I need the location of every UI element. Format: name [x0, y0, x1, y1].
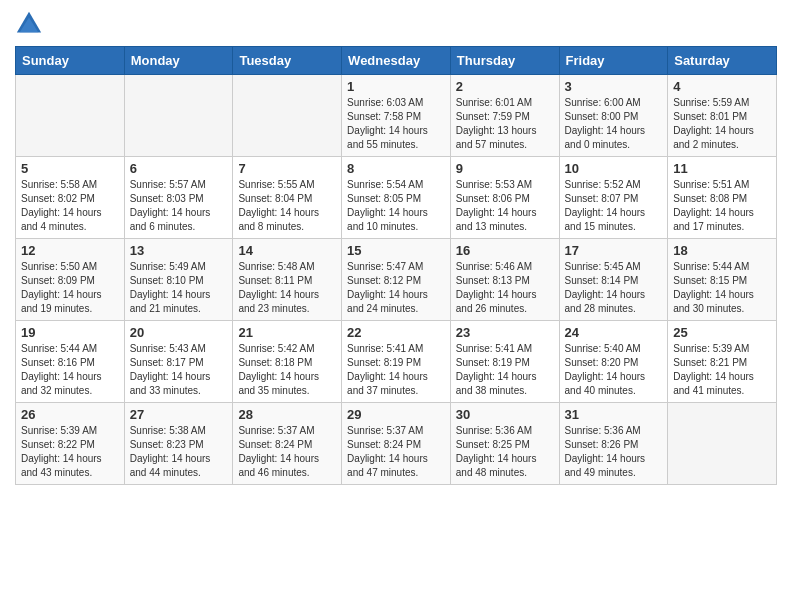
day-info: Sunrise: 6:01 AMSunset: 7:59 PMDaylight:… — [456, 96, 554, 152]
day-info: Sunrise: 5:54 AMSunset: 8:05 PMDaylight:… — [347, 178, 445, 234]
day-info: Sunrise: 5:45 AMSunset: 8:14 PMDaylight:… — [565, 260, 663, 316]
day-number: 30 — [456, 407, 554, 422]
calendar-week-row: 19Sunrise: 5:44 AMSunset: 8:16 PMDayligh… — [16, 321, 777, 403]
calendar-cell: 9Sunrise: 5:53 AMSunset: 8:06 PMDaylight… — [450, 157, 559, 239]
logo-icon — [15, 10, 43, 38]
calendar-cell: 3Sunrise: 6:00 AMSunset: 8:00 PMDaylight… — [559, 75, 668, 157]
calendar-cell: 25Sunrise: 5:39 AMSunset: 8:21 PMDayligh… — [668, 321, 777, 403]
calendar-cell: 2Sunrise: 6:01 AMSunset: 7:59 PMDaylight… — [450, 75, 559, 157]
day-info: Sunrise: 5:37 AMSunset: 8:24 PMDaylight:… — [238, 424, 336, 480]
calendar-week-row: 1Sunrise: 6:03 AMSunset: 7:58 PMDaylight… — [16, 75, 777, 157]
day-info: Sunrise: 5:47 AMSunset: 8:12 PMDaylight:… — [347, 260, 445, 316]
calendar-cell — [233, 75, 342, 157]
day-info: Sunrise: 5:46 AMSunset: 8:13 PMDaylight:… — [456, 260, 554, 316]
calendar-cell: 21Sunrise: 5:42 AMSunset: 8:18 PMDayligh… — [233, 321, 342, 403]
calendar-cell: 29Sunrise: 5:37 AMSunset: 8:24 PMDayligh… — [342, 403, 451, 485]
calendar-week-row: 5Sunrise: 5:58 AMSunset: 8:02 PMDaylight… — [16, 157, 777, 239]
day-number: 7 — [238, 161, 336, 176]
day-number: 6 — [130, 161, 228, 176]
calendar-cell: 28Sunrise: 5:37 AMSunset: 8:24 PMDayligh… — [233, 403, 342, 485]
calendar-cell: 11Sunrise: 5:51 AMSunset: 8:08 PMDayligh… — [668, 157, 777, 239]
calendar-header-sunday: Sunday — [16, 47, 125, 75]
day-info: Sunrise: 5:43 AMSunset: 8:17 PMDaylight:… — [130, 342, 228, 398]
day-number: 14 — [238, 243, 336, 258]
day-info: Sunrise: 5:57 AMSunset: 8:03 PMDaylight:… — [130, 178, 228, 234]
day-number: 25 — [673, 325, 771, 340]
calendar-cell: 1Sunrise: 6:03 AMSunset: 7:58 PMDaylight… — [342, 75, 451, 157]
day-info: Sunrise: 5:36 AMSunset: 8:26 PMDaylight:… — [565, 424, 663, 480]
day-info: Sunrise: 5:48 AMSunset: 8:11 PMDaylight:… — [238, 260, 336, 316]
day-info: Sunrise: 5:53 AMSunset: 8:06 PMDaylight:… — [456, 178, 554, 234]
day-number: 27 — [130, 407, 228, 422]
day-number: 31 — [565, 407, 663, 422]
day-number: 8 — [347, 161, 445, 176]
day-info: Sunrise: 5:59 AMSunset: 8:01 PMDaylight:… — [673, 96, 771, 152]
day-number: 20 — [130, 325, 228, 340]
calendar-cell: 19Sunrise: 5:44 AMSunset: 8:16 PMDayligh… — [16, 321, 125, 403]
day-number: 1 — [347, 79, 445, 94]
day-number: 9 — [456, 161, 554, 176]
calendar-cell: 22Sunrise: 5:41 AMSunset: 8:19 PMDayligh… — [342, 321, 451, 403]
day-info: Sunrise: 5:44 AMSunset: 8:16 PMDaylight:… — [21, 342, 119, 398]
calendar-cell — [16, 75, 125, 157]
calendar-header-monday: Monday — [124, 47, 233, 75]
day-number: 18 — [673, 243, 771, 258]
logo — [15, 10, 47, 38]
calendar-cell: 10Sunrise: 5:52 AMSunset: 8:07 PMDayligh… — [559, 157, 668, 239]
calendar-cell: 15Sunrise: 5:47 AMSunset: 8:12 PMDayligh… — [342, 239, 451, 321]
calendar-cell: 26Sunrise: 5:39 AMSunset: 8:22 PMDayligh… — [16, 403, 125, 485]
calendar-cell — [124, 75, 233, 157]
day-info: Sunrise: 5:41 AMSunset: 8:19 PMDaylight:… — [347, 342, 445, 398]
day-number: 21 — [238, 325, 336, 340]
day-number: 5 — [21, 161, 119, 176]
day-info: Sunrise: 5:37 AMSunset: 8:24 PMDaylight:… — [347, 424, 445, 480]
calendar-cell: 8Sunrise: 5:54 AMSunset: 8:05 PMDaylight… — [342, 157, 451, 239]
day-number: 13 — [130, 243, 228, 258]
calendar-cell: 23Sunrise: 5:41 AMSunset: 8:19 PMDayligh… — [450, 321, 559, 403]
calendar-week-row: 12Sunrise: 5:50 AMSunset: 8:09 PMDayligh… — [16, 239, 777, 321]
calendar-header-wednesday: Wednesday — [342, 47, 451, 75]
calendar-header-friday: Friday — [559, 47, 668, 75]
day-info: Sunrise: 5:40 AMSunset: 8:20 PMDaylight:… — [565, 342, 663, 398]
day-number: 11 — [673, 161, 771, 176]
calendar-cell — [668, 403, 777, 485]
calendar-header-row: SundayMondayTuesdayWednesdayThursdayFrid… — [16, 47, 777, 75]
day-number: 22 — [347, 325, 445, 340]
calendar-cell: 16Sunrise: 5:46 AMSunset: 8:13 PMDayligh… — [450, 239, 559, 321]
day-number: 29 — [347, 407, 445, 422]
day-info: Sunrise: 5:50 AMSunset: 8:09 PMDaylight:… — [21, 260, 119, 316]
calendar-header-thursday: Thursday — [450, 47, 559, 75]
day-number: 26 — [21, 407, 119, 422]
day-number: 12 — [21, 243, 119, 258]
day-info: Sunrise: 5:58 AMSunset: 8:02 PMDaylight:… — [21, 178, 119, 234]
calendar-cell: 17Sunrise: 5:45 AMSunset: 8:14 PMDayligh… — [559, 239, 668, 321]
day-info: Sunrise: 5:49 AMSunset: 8:10 PMDaylight:… — [130, 260, 228, 316]
day-info: Sunrise: 5:39 AMSunset: 8:22 PMDaylight:… — [21, 424, 119, 480]
calendar-header-saturday: Saturday — [668, 47, 777, 75]
calendar-cell: 24Sunrise: 5:40 AMSunset: 8:20 PMDayligh… — [559, 321, 668, 403]
calendar-cell: 5Sunrise: 5:58 AMSunset: 8:02 PMDaylight… — [16, 157, 125, 239]
day-number: 16 — [456, 243, 554, 258]
day-info: Sunrise: 5:41 AMSunset: 8:19 PMDaylight:… — [456, 342, 554, 398]
day-info: Sunrise: 5:55 AMSunset: 8:04 PMDaylight:… — [238, 178, 336, 234]
day-info: Sunrise: 5:52 AMSunset: 8:07 PMDaylight:… — [565, 178, 663, 234]
day-number: 19 — [21, 325, 119, 340]
day-info: Sunrise: 6:00 AMSunset: 8:00 PMDaylight:… — [565, 96, 663, 152]
day-number: 2 — [456, 79, 554, 94]
day-number: 28 — [238, 407, 336, 422]
day-number: 3 — [565, 79, 663, 94]
calendar-header-tuesday: Tuesday — [233, 47, 342, 75]
day-info: Sunrise: 5:39 AMSunset: 8:21 PMDaylight:… — [673, 342, 771, 398]
day-number: 17 — [565, 243, 663, 258]
calendar-cell: 31Sunrise: 5:36 AMSunset: 8:26 PMDayligh… — [559, 403, 668, 485]
day-number: 23 — [456, 325, 554, 340]
day-number: 24 — [565, 325, 663, 340]
day-info: Sunrise: 5:36 AMSunset: 8:25 PMDaylight:… — [456, 424, 554, 480]
day-number: 10 — [565, 161, 663, 176]
calendar-cell: 30Sunrise: 5:36 AMSunset: 8:25 PMDayligh… — [450, 403, 559, 485]
calendar-cell: 12Sunrise: 5:50 AMSunset: 8:09 PMDayligh… — [16, 239, 125, 321]
calendar-cell: 13Sunrise: 5:49 AMSunset: 8:10 PMDayligh… — [124, 239, 233, 321]
day-info: Sunrise: 6:03 AMSunset: 7:58 PMDaylight:… — [347, 96, 445, 152]
calendar-cell: 7Sunrise: 5:55 AMSunset: 8:04 PMDaylight… — [233, 157, 342, 239]
day-info: Sunrise: 5:51 AMSunset: 8:08 PMDaylight:… — [673, 178, 771, 234]
